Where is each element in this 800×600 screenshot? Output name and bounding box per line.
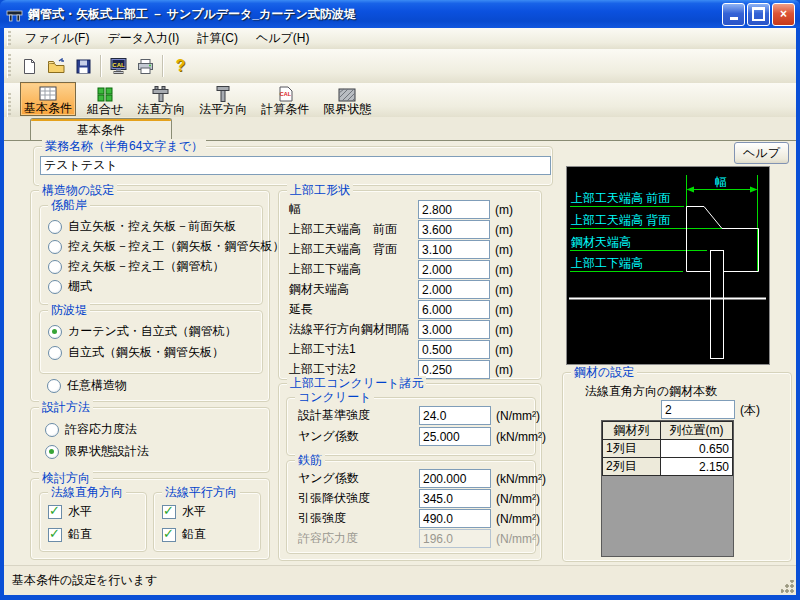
new-file-button[interactable] — [17, 54, 42, 79]
direction-group: 検討方向 法線直角方向 水平 鉛直 法線平行方向 水平 鉛直 — [30, 478, 270, 560]
nav-combinations[interactable]: 組合せ — [84, 84, 126, 116]
maximize-button[interactable] — [747, 3, 770, 26]
dimension2-input[interactable] — [418, 360, 490, 379]
resize-grip[interactable] — [781, 580, 794, 593]
design-strength-unit: (N/mm²) — [496, 409, 540, 424]
app-icon — [6, 5, 24, 23]
mooring-group-label: 係船岸 — [48, 198, 90, 213]
rebar-subgroup-label: 鉄筋 — [295, 453, 325, 468]
width-unit: (m) — [495, 203, 513, 218]
menu-help[interactable]: ヘルプ(H) — [247, 28, 319, 49]
steel-count-input[interactable] — [661, 400, 735, 419]
width-input[interactable] — [418, 200, 490, 219]
parallel-direction-label: 法線平行方向 — [162, 485, 240, 500]
yield-strength-unit: (N/mm²) — [496, 492, 540, 507]
dimension1-unit: (m) — [495, 343, 513, 358]
new-document-icon — [21, 58, 38, 75]
steel-spacing-input[interactable] — [418, 320, 490, 339]
bottom-height-input[interactable] — [418, 260, 490, 279]
radio-limit-state-method[interactable]: 限界状態設計法 — [45, 443, 149, 460]
print-button[interactable] — [133, 54, 158, 79]
yield-strength-label: 引張降伏強度 — [298, 491, 370, 506]
nav-normal-direction[interactable]: 法直方向 — [134, 84, 188, 116]
checkbox-parallel-horizontal[interactable]: 水平 — [162, 503, 206, 520]
rebar-young-label: ヤング係数 — [298, 471, 359, 486]
radio-arbitrary-structure[interactable]: 任意構造物 — [47, 377, 127, 394]
checkbox-parallel-vertical[interactable]: 鉛直 — [162, 526, 206, 543]
radio-mooring-option-2[interactable]: 控え矢板－控え工（鋼矢板・鋼管矢板） — [48, 238, 285, 255]
nav-label: 基本条件 — [24, 101, 72, 115]
nav-basic-conditions[interactable]: 基本条件 — [20, 82, 76, 116]
allowable-stress-label: 許容応力度 — [298, 531, 358, 546]
checkbox-normal-vertical[interactable]: 鉛直 — [48, 526, 92, 543]
normal-direction-label: 法線直角方向 — [48, 485, 126, 500]
steel-top-input[interactable] — [418, 280, 490, 299]
shape-group-label: 上部工形状 — [287, 183, 353, 198]
nav-label: 計算条件 — [261, 102, 309, 116]
diagram-label-width: 幅 — [715, 175, 727, 189]
close-button[interactable]: × — [772, 3, 795, 26]
rebar-young-input[interactable] — [419, 469, 491, 488]
nav-label: 法直方向 — [137, 102, 185, 116]
save-button[interactable] — [71, 54, 96, 79]
checkbox-checked-icon — [162, 505, 176, 519]
close-icon: × — [780, 7, 787, 21]
length-input[interactable] — [418, 300, 490, 319]
breakwater-group-label: 防波堤 — [48, 303, 90, 318]
steel-settings-label: 鋼材の設定 — [571, 365, 637, 380]
minimize-button[interactable] — [722, 3, 745, 26]
design-method-group: 設計方法 許容応力度法 限界状態設計法 — [30, 407, 270, 473]
row-value-cell[interactable]: 2.150 — [660, 458, 732, 476]
checkbox-normal-horizontal[interactable]: 水平 — [48, 503, 92, 520]
concrete-properties-group: 上部工コンクリート諸元 コンクリート 設計基準強度 (N/mm²) ヤング係数 … — [278, 383, 542, 561]
steel-count-label: 法線直角方向の鋼材本数 — [585, 384, 717, 399]
combinations-blocks-icon — [97, 85, 113, 102]
radio-icon — [48, 220, 62, 234]
open-folder-icon — [47, 58, 66, 75]
breakwater-group: 防波堤 カーテン式・自立式（鋼管杭） 自立式（鋼矢板・鋼管矢板） — [39, 310, 263, 374]
nav-parallel-direction[interactable]: 法平方向 — [196, 84, 250, 116]
status-bar: 基本条件の設定を行います — [4, 565, 796, 595]
limit-state-hatch-icon — [338, 85, 356, 102]
radio-mooring-option-3[interactable]: 控え矢板－控え工（鋼管杭） — [48, 258, 225, 275]
menu-file[interactable]: ファイル(F) — [16, 28, 98, 49]
row-value-cell[interactable]: 0.650 — [660, 440, 732, 458]
diagram-label-crest-back: 上部工天端高 背面 — [571, 213, 670, 227]
radio-mooring-option-1[interactable]: 自立矢板・控え矢板－前面矢板 — [48, 218, 236, 235]
menu-calc[interactable]: 計算(C) — [188, 28, 247, 49]
nav-label: 組合せ — [87, 102, 123, 116]
radio-mooring-option-4[interactable]: 棚式 — [48, 278, 92, 295]
concrete-young-input[interactable] — [419, 427, 491, 446]
crest-front-input[interactable] — [418, 220, 490, 239]
help-button[interactable]: ヘルプ — [734, 142, 789, 164]
dimension1-input[interactable] — [418, 340, 490, 359]
row-label: 2列目 — [603, 458, 661, 476]
radio-allowable-stress-method[interactable]: 許容応力度法 — [45, 421, 137, 438]
rebar-young-unit: (kN/mm²) — [496, 472, 546, 487]
radio-breakwater-selfstanding[interactable]: 自立式（鋼矢板・鋼管矢板） — [48, 344, 224, 361]
normal-direction-pile-icon — [151, 85, 171, 102]
design-strength-label: 設計基準強度 — [298, 408, 370, 423]
menu-data-input[interactable]: データ入力(I) — [98, 28, 188, 49]
yield-strength-input[interactable] — [419, 489, 491, 508]
nav-limit-state[interactable]: 限界状態 — [320, 84, 374, 116]
dimension2-label: 上部工寸法2 — [289, 362, 356, 377]
calc-monitor-icon: CAL — [109, 57, 128, 75]
toolbar-separator — [162, 55, 164, 77]
calc-button[interactable]: CAL — [106, 54, 131, 79]
nav-calc-conditions[interactable]: CAL 計算条件 — [258, 84, 312, 116]
dimension2-unit: (m) — [495, 363, 513, 378]
radio-breakwater-curtain[interactable]: カーテン式・自立式（鋼管杭） — [48, 323, 237, 340]
project-name-input[interactable] — [40, 156, 551, 175]
open-file-button[interactable] — [44, 54, 69, 79]
crest-back-input[interactable] — [418, 240, 490, 259]
structure-settings-group: 構造物の設定 係船岸 自立矢板・控え矢板－前面矢板 控え矢板－控え工（鋼矢板・鋼… — [30, 190, 270, 402]
tensile-strength-input[interactable] — [419, 509, 491, 528]
radio-icon — [48, 280, 62, 294]
help-toolbar-button[interactable]: ? — [168, 54, 193, 79]
concrete-young-label: ヤング係数 — [298, 429, 359, 444]
checkbox-checked-icon — [48, 528, 62, 542]
shape-group: 上部工形状 幅 (m) 上部工天端高 前面 (m) 上部工天端高 背面 (m) … — [278, 190, 542, 380]
design-strength-input[interactable] — [419, 406, 491, 425]
crest-front-label: 上部工天端高 前面 — [289, 222, 397, 237]
